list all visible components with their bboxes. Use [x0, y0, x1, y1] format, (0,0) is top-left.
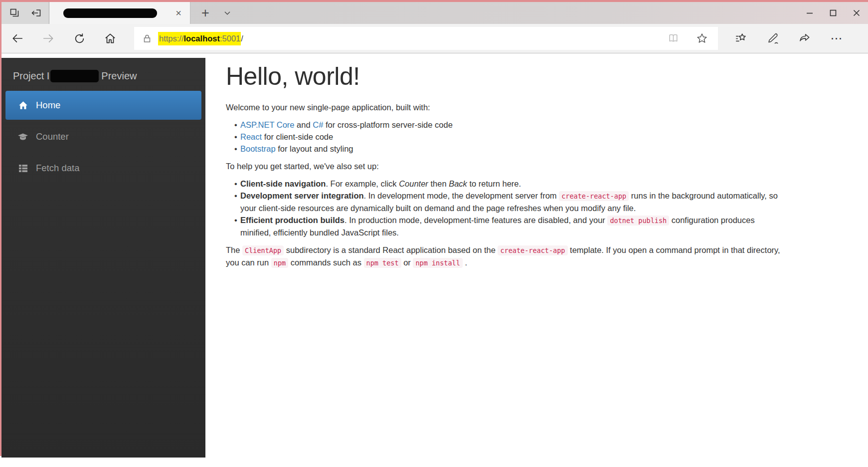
- browser-tab[interactable]: ×: [49, 2, 190, 24]
- intro-paragraph: Welcome to your new single-page applicat…: [226, 101, 784, 113]
- footer-paragraph: The ClientApp subdirectory is a standard…: [226, 244, 784, 269]
- home-button[interactable]: [99, 27, 121, 49]
- window-top-border: [0, 0, 868, 2]
- window-controls: [798, 2, 868, 24]
- hub-favorites-button[interactable]: [732, 29, 750, 47]
- show-set-aside-tabs-button[interactable]: [5, 4, 23, 22]
- share-icon: [798, 32, 811, 45]
- inline-link[interactable]: Bootstrap: [240, 144, 276, 153]
- browser-toolbar: https://localhost:5001/: [1, 24, 868, 53]
- list-icon: [18, 165, 28, 172]
- forward-button[interactable]: [37, 27, 59, 49]
- inline-link[interactable]: C#: [313, 120, 323, 129]
- reading-view-icon: [667, 33, 680, 44]
- setup-intro-paragraph: To help you get started, we've also set …: [226, 160, 784, 172]
- inline-link[interactable]: React: [240, 132, 262, 141]
- url-protocol: https://: [159, 34, 184, 43]
- graduation-cap-icon: [18, 133, 28, 141]
- code-span: npm: [271, 258, 288, 268]
- chevron-down-icon: [222, 8, 232, 18]
- app-title: Project IPreview: [1, 58, 205, 91]
- list-item: React for client-side code: [234, 131, 784, 143]
- list-item: ASP.NET Core and C# for cross-platform s…: [234, 119, 784, 131]
- url-text: https://localhost:5001/: [158, 34, 243, 43]
- setup-list: Client-side navigation. For example, cli…: [226, 178, 784, 238]
- sidebar-nav: Home Counter: [1, 91, 205, 183]
- home-filled-icon: [18, 101, 28, 110]
- home-icon: [104, 32, 117, 45]
- close-icon: [851, 7, 862, 18]
- tab-preview-toggle-button[interactable]: [216, 2, 238, 24]
- close-window-button[interactable]: [845, 2, 868, 24]
- url-port: :5001: [220, 34, 240, 43]
- sidebar-item-counter[interactable]: Counter: [5, 122, 201, 151]
- list-item: Client-side navigation. For example, cli…: [234, 178, 784, 190]
- list-item: Efficient production builds. In producti…: [234, 214, 784, 238]
- address-bar[interactable]: https://localhost:5001/: [134, 27, 718, 50]
- forward-icon: [42, 32, 55, 45]
- set-tabs-aside-button[interactable]: [27, 4, 45, 22]
- page-title: Hello, world!: [226, 62, 784, 91]
- list-item: Development server integration. In devel…: [234, 190, 784, 214]
- back-icon: [11, 32, 24, 45]
- settings-more-button[interactable]: ⋯: [828, 29, 846, 47]
- tabs-preview-icon: [9, 7, 20, 18]
- share-button[interactable]: [796, 29, 814, 47]
- tech-list: ASP.NET Core and C# for cross-platform s…: [226, 119, 784, 155]
- url-path: /: [241, 34, 243, 43]
- window-left-border: [0, 0, 1, 456]
- maximize-icon: [828, 7, 839, 18]
- code-span: create-react-app: [559, 191, 629, 201]
- main-content: Hello, world! Welcome to your new single…: [205, 54, 784, 274]
- code-span: npm install: [413, 258, 462, 268]
- minimize-icon: [804, 7, 815, 18]
- add-favorite-button[interactable]: [693, 29, 711, 47]
- maximize-button[interactable]: [821, 2, 845, 24]
- sidebar-item-label: Fetch data: [36, 163, 79, 174]
- sidebar-item-home[interactable]: Home: [5, 91, 201, 120]
- star-icon: [696, 32, 708, 44]
- sidebar: Project IPreview Home Counter: [1, 58, 205, 458]
- ellipsis-icon: ⋯: [831, 36, 843, 41]
- minimize-button[interactable]: [798, 2, 821, 24]
- page-content: Project IPreview Home Counter: [1, 54, 868, 467]
- code-span: dotnet publish: [607, 216, 669, 226]
- web-note-button[interactable]: [764, 29, 782, 47]
- app-title-suffix: Preview: [101, 70, 137, 81]
- lock-icon: [142, 33, 152, 43]
- hub-star-list-icon: [734, 32, 747, 45]
- url-host: localhost: [184, 34, 220, 43]
- refresh-icon: [73, 32, 86, 45]
- sidebar-item-label: Home: [36, 100, 60, 111]
- toolbar-actions: ⋯: [732, 29, 846, 47]
- code-span: ClientApp: [242, 245, 284, 255]
- redacted-tab-title: [63, 8, 157, 18]
- titlebar-drag-area: [238, 2, 798, 24]
- tab-close-button[interactable]: ×: [172, 6, 185, 19]
- tab-actions-block: [1, 2, 49, 24]
- reading-view-button[interactable]: [664, 29, 682, 47]
- list-item: Bootstrap for layout and styling: [234, 143, 784, 155]
- sidebar-item-label: Counter: [36, 131, 69, 142]
- new-tab-button[interactable]: +: [194, 2, 216, 24]
- back-button[interactable]: [6, 27, 28, 49]
- inline-link[interactable]: ASP.NET Core: [240, 120, 295, 129]
- refresh-button[interactable]: [68, 27, 90, 49]
- code-span: create-react-app: [498, 245, 567, 255]
- pen-icon: [766, 32, 779, 45]
- code-span: npm test: [364, 258, 401, 268]
- redacted-text: [50, 70, 99, 82]
- address-bar-actions: [664, 29, 711, 47]
- set-aside-icon: [30, 7, 41, 18]
- sidebar-item-fetch-data[interactable]: Fetch data: [5, 154, 201, 183]
- browser-tab-bar: × +: [1, 2, 868, 24]
- app-title-prefix: Project I: [13, 70, 49, 81]
